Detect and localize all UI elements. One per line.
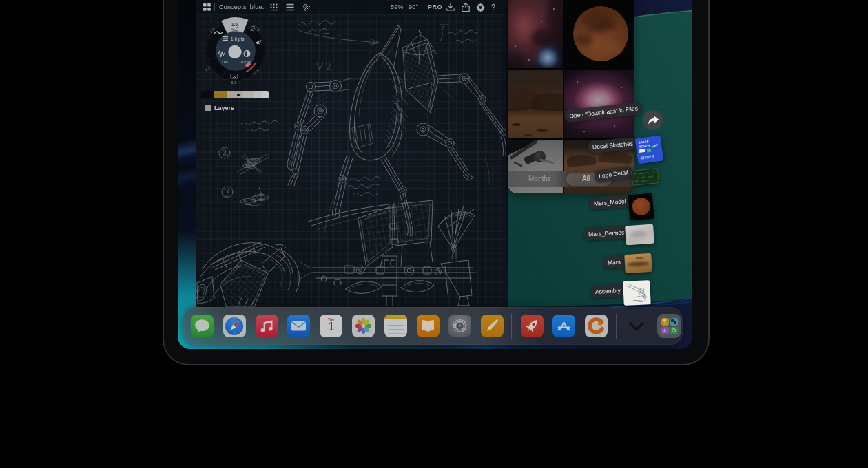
svg-text:A3: A3: [204, 65, 211, 72]
svg-text:6.3: 6.3: [231, 81, 237, 85]
svg-text:1.6 pts: 1.6 pts: [231, 36, 245, 42]
svg-text:100%: 100%: [240, 60, 251, 64]
svg-text:1.6: 1.6: [231, 22, 238, 27]
svg-text:0%: 0%: [223, 60, 229, 64]
